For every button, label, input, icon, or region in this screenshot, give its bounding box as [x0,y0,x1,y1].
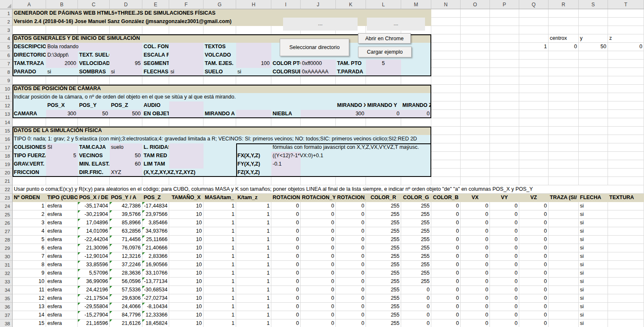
cell-L37[interactable]: 255 [366,311,401,319]
cell-T33[interactable] [608,278,644,286]
cell-A29[interactable]: 6 [13,244,46,252]
cell-O19[interactable] [461,160,490,169]
cell-M38[interactable]: 0 [401,319,431,327]
cell-O10[interactable] [461,85,490,93]
cell-Q2[interactable] [519,18,549,26]
cell-G33[interactable]: 1 [204,278,236,286]
cell-F29[interactable]: 10 [169,244,204,252]
cell-G30[interactable]: 1 [204,252,236,261]
row-header-6[interactable]: 6 [0,51,13,60]
cell-P1[interactable] [490,9,519,18]
cell-F21[interactable] [169,177,204,185]
cell-C27[interactable]: 14,01096 [78,227,110,236]
cell-D9[interactable] [110,76,142,85]
cell-S29[interactable]: si [579,244,608,252]
cell-N21[interactable] [431,177,461,185]
cell-N12[interactable] [431,101,461,110]
cell-K28[interactable]: 0 [336,236,366,244]
cell-J35[interactable]: 0 [301,294,336,303]
cell-N38[interactable]: 0 [431,319,461,327]
cell-N8[interactable] [431,68,461,76]
cell-J13[interactable] [301,110,336,118]
cell-J33[interactable]: 0 [301,278,336,286]
cell-B33[interactable]: esfera [46,278,78,286]
cell-Q3[interactable] [519,26,549,34]
row-header-20[interactable]: 20 [0,169,13,177]
row-header-26[interactable]: 26 [0,219,13,227]
cell-S18[interactable] [579,152,608,160]
cell-N5[interactable] [431,43,461,51]
cell-F3[interactable] [169,26,204,34]
row-header-25[interactable]: 25 [0,210,13,219]
cell-B7[interactable]: 2000 [46,60,78,68]
col-header-G[interactable]: G [204,0,236,9]
cell-P5[interactable] [490,43,519,51]
cell-S7[interactable] [579,60,608,68]
cell-P14[interactable] [490,118,519,127]
cell-A38[interactable]: 15 [13,319,46,327]
cell-K34[interactable]: 0 [336,286,366,294]
cell-E17[interactable]: L. RIGIDAS [142,143,169,152]
cell-N13[interactable] [431,110,461,118]
row-header-31[interactable]: 31 [0,261,13,269]
cell-K38[interactable]: 0 [336,319,366,327]
cell-H29[interactable]: 1 [236,244,271,252]
cell-O21[interactable] [461,177,490,185]
cell-Q37[interactable]: 0 [519,311,549,319]
cell-T20[interactable] [608,169,644,177]
cell-N34[interactable]: 0 [431,286,461,294]
cell-H34[interactable]: 1 [236,286,271,294]
cell-P10[interactable] [490,85,519,93]
cell-F7[interactable] [169,60,204,68]
row-header-3[interactable]: 3 [0,26,13,34]
cell-N7[interactable] [431,60,461,68]
cell-A32[interactable]: 9 [13,269,46,278]
cell-Q10[interactable] [519,85,549,93]
cell-C31[interactable]: 33,85596 [78,261,110,269]
cell-E35[interactable]: -27,02734 [142,294,169,303]
cell-C26[interactable]: 17,04896 [78,219,110,227]
cell-H30[interactable]: 1 [236,252,271,261]
cell-G9[interactable] [204,76,236,85]
cell-N19[interactable] [431,160,461,169]
cell-P24[interactable]: 0 [490,202,519,210]
cell-F17[interactable] [169,143,204,152]
cell-J37[interactable]: 0 [301,311,336,319]
cell-H23[interactable]: K/tam_z [236,194,271,202]
cell-K24[interactable]: 0 [336,202,366,210]
cell-N3[interactable] [431,26,461,34]
cell-M25[interactable]: 255 [401,210,431,219]
cell-R27[interactable] [549,227,579,236]
row-header-33[interactable]: 33 [0,278,13,286]
cell-T37[interactable] [608,311,644,319]
cell-I28[interactable]: 0 [271,236,301,244]
cell-E27[interactable]: 34,93766 [142,227,169,236]
cell-C32[interactable]: 5,57096 [78,269,110,278]
cell-M24[interactable]: 255 [401,202,431,210]
cell-S13[interactable] [579,110,608,118]
cell-C35[interactable]: -21,17504 [78,294,110,303]
cell-Q31[interactable]: 0 [519,261,549,269]
cell-P7[interactable] [490,60,519,68]
cell-O7[interactable] [461,60,490,68]
cell-F24[interactable]: 10 [169,202,204,210]
cell-Q14[interactable] [519,118,549,127]
cell-Q29[interactable]: 0 [519,244,549,252]
cell-K23[interactable]: ROTACION_Z [336,194,366,202]
cell-M34[interactable]: 0 [401,286,431,294]
cell-D7[interactable]: 95 [110,60,142,68]
cell-R28[interactable] [549,236,579,244]
cell-N4[interactable] [431,34,461,43]
cell-E14[interactable] [142,118,169,127]
cell-N17[interactable] [431,143,461,152]
cell-D8[interactable]: si [110,68,142,76]
col-header-O[interactable]: O [461,0,490,9]
cell-O32[interactable]: 0 [461,269,490,278]
col-header-R[interactable]: R [549,0,579,9]
cell-Q13[interactable] [519,110,549,118]
cell-H37[interactable]: 1 [236,311,271,319]
cell-O20[interactable] [461,169,490,177]
cell-H32[interactable]: 1 [236,269,271,278]
cell-D19[interactable]: 60 [110,160,142,169]
cell-G18[interactable] [204,152,236,160]
